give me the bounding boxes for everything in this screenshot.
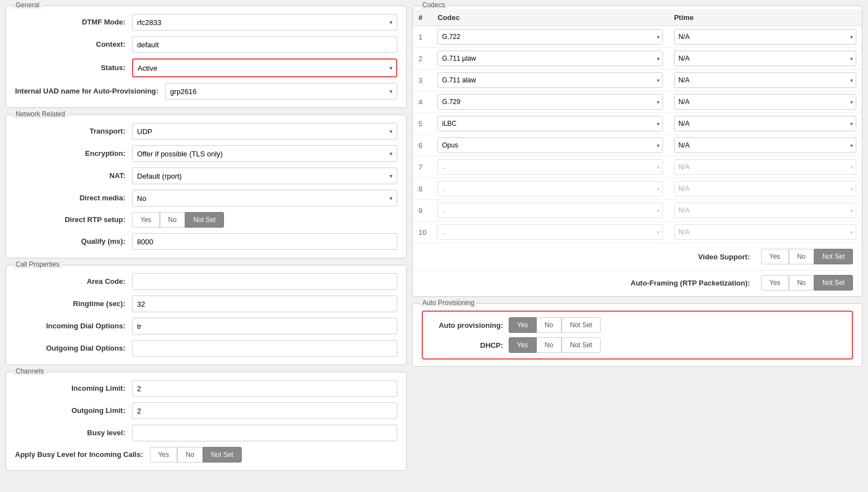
codec-select-3[interactable]: G.711 alaw: [437, 72, 662, 88]
transport-select[interactable]: UDP: [132, 123, 397, 140]
encryption-select-wrapper[interactable]: Offer if possible (TLS only): [132, 145, 397, 162]
ptime-select-10[interactable]: N/A: [674, 224, 856, 240]
ptime-select-8[interactable]: N/A: [674, 181, 856, 196]
codec-select-wrapper-5[interactable]: iLBC: [437, 116, 662, 131]
codec-select-wrapper-1[interactable]: G.722: [437, 29, 662, 45]
codec-select-6[interactable]: Opus: [437, 137, 662, 153]
nat-select-wrapper[interactable]: Default (rport): [132, 168, 397, 184]
outgoing-dial-row: Outgoing Dial Options:: [15, 340, 397, 357]
ptime-select-wrapper-5[interactable]: N/A: [674, 116, 856, 131]
ptime-select-cell-4: N/A: [669, 91, 862, 113]
outgoing-dial-input[interactable]: [132, 340, 397, 357]
ptime-select-6[interactable]: N/A: [674, 137, 856, 153]
ptime-select-wrapper-7[interactable]: N/A: [674, 159, 856, 175]
codec-select-cell-2: G.711 µlaw: [432, 48, 668, 70]
codec-select-wrapper-2[interactable]: G.711 µlaw: [437, 51, 662, 66]
ptime-select-wrapper-4[interactable]: N/A: [674, 94, 856, 110]
incoming-dial-input[interactable]: [132, 318, 397, 334]
codec-select-1[interactable]: G.722: [437, 29, 662, 45]
auto-prov-btngroup: Yes No Not Set: [509, 317, 601, 333]
ptime-select-wrapper-1[interactable]: N/A: [674, 29, 856, 45]
ptime-select-wrapper-10[interactable]: N/A: [674, 224, 856, 240]
apply-busy-notset-button[interactable]: Not Set: [203, 447, 242, 463]
codec-select-wrapper-3[interactable]: G.711 alaw: [437, 72, 662, 88]
auto-framing-yes-button[interactable]: Yes: [761, 275, 789, 291]
codec-select-wrapper-4[interactable]: G.729: [437, 94, 662, 110]
codec-select-wrapper-7[interactable]: ..: [437, 159, 662, 175]
ptime-select-9[interactable]: N/A: [674, 203, 856, 218]
codec-select-wrapper-6[interactable]: Opus: [437, 137, 662, 153]
direct-rtp-btngroup: Yes No Not Set: [132, 212, 224, 228]
codec-row-2: 2G.711 µlawN/A: [413, 48, 862, 70]
video-yes-button[interactable]: Yes: [761, 249, 789, 264]
auto-framing-btngroup: Yes No Not Set: [761, 275, 853, 291]
outgoing-limit-input[interactable]: [132, 402, 397, 419]
codec-select-8[interactable]: ..: [437, 181, 662, 196]
channels-title: Channels: [13, 367, 47, 375]
codecs-title: Codecs: [420, 1, 448, 9]
transport-select-wrapper[interactable]: UDP: [132, 123, 397, 140]
status-select[interactable]: Active: [132, 58, 397, 77]
area-code-label: Area Code:: [15, 277, 132, 287]
ptime-select-3[interactable]: N/A: [674, 72, 856, 88]
dhcp-no-button[interactable]: No: [537, 337, 562, 353]
auto-prov-notset-button[interactable]: Not Set: [562, 317, 601, 333]
auto-prov-no-button[interactable]: No: [537, 317, 562, 333]
codec-select-10[interactable]: ..: [437, 224, 662, 240]
nat-select[interactable]: Default (rport): [132, 168, 397, 184]
direct-media-select[interactable]: No: [132, 190, 397, 206]
apply-busy-yes-button[interactable]: Yes: [150, 447, 178, 463]
ptime-select-5[interactable]: N/A: [674, 116, 856, 131]
internal-uad-select[interactable]: grp2616: [165, 83, 397, 100]
video-notset-button[interactable]: Not Set: [814, 249, 853, 264]
codec-select-2[interactable]: G.711 µlaw: [437, 51, 662, 66]
ptime-select-1[interactable]: N/A: [674, 29, 856, 45]
internal-uad-label: Internal UAD name for Auto-Provisioning:: [15, 87, 165, 96]
codec-select-cell-1: G.722: [432, 26, 668, 48]
dtmf-row: DTMF Mode: rfc2833: [15, 14, 397, 31]
codec-select-wrapper-10[interactable]: ..: [437, 224, 662, 240]
context-input[interactable]: [132, 36, 397, 53]
codec-select-wrapper-9[interactable]: ..: [437, 203, 662, 218]
ptime-select-4[interactable]: N/A: [674, 94, 856, 110]
codec-select-5[interactable]: iLBC: [437, 116, 662, 131]
encryption-select[interactable]: Offer if possible (TLS only): [132, 145, 397, 162]
incoming-limit-input[interactable]: [132, 380, 397, 397]
internal-uad-select-wrapper[interactable]: grp2616: [165, 83, 397, 100]
codec-select-cell-6: Opus: [432, 135, 668, 156]
busy-level-input[interactable]: [132, 425, 397, 441]
ptime-select-wrapper-3[interactable]: N/A: [674, 72, 856, 88]
auto-framing-no-button[interactable]: No: [789, 275, 814, 291]
codec-select-cell-4: G.729: [432, 91, 668, 113]
direct-rtp-no-button[interactable]: No: [160, 212, 185, 228]
codec-num-7: 7: [413, 156, 432, 178]
dhcp-yes-button[interactable]: Yes: [509, 337, 537, 353]
ptime-select-wrapper-8[interactable]: N/A: [674, 181, 856, 196]
area-code-input[interactable]: [132, 273, 397, 290]
codec-select-7[interactable]: ..: [437, 159, 662, 175]
ptime-select-2[interactable]: N/A: [674, 51, 856, 66]
status-select-wrapper[interactable]: Active: [132, 58, 397, 77]
video-no-button[interactable]: No: [789, 249, 814, 264]
direct-media-select-wrapper[interactable]: No: [132, 190, 397, 206]
qualify-input[interactable]: [132, 233, 397, 250]
ringtime-input[interactable]: [132, 296, 397, 312]
direct-rtp-yes-button[interactable]: Yes: [132, 212, 160, 228]
apply-busy-no-button[interactable]: No: [177, 447, 202, 463]
direct-rtp-notset-button[interactable]: Not Set: [185, 212, 224, 228]
auto-prov-yes-button[interactable]: Yes: [509, 317, 537, 333]
general-title: General: [13, 1, 42, 9]
dhcp-notset-button[interactable]: Not Set: [562, 337, 601, 353]
dtmf-select-wrapper[interactable]: rfc2833: [132, 14, 397, 31]
auto-framing-notset-button[interactable]: Not Set: [814, 275, 853, 291]
codec-select-9[interactable]: ..: [437, 203, 662, 218]
dtmf-select[interactable]: rfc2833: [132, 14, 397, 31]
ptime-select-wrapper-6[interactable]: N/A: [674, 137, 856, 153]
ptime-select-wrapper-9[interactable]: N/A: [674, 203, 856, 218]
codec-select-4[interactable]: G.729: [437, 94, 662, 110]
qualify-label: Qualify (ms):: [15, 237, 132, 247]
codec-select-wrapper-8[interactable]: ..: [437, 181, 662, 196]
ptime-select-7[interactable]: N/A: [674, 159, 856, 175]
ptime-select-wrapper-2[interactable]: N/A: [674, 51, 856, 66]
codec-num-6: 6: [413, 135, 432, 156]
